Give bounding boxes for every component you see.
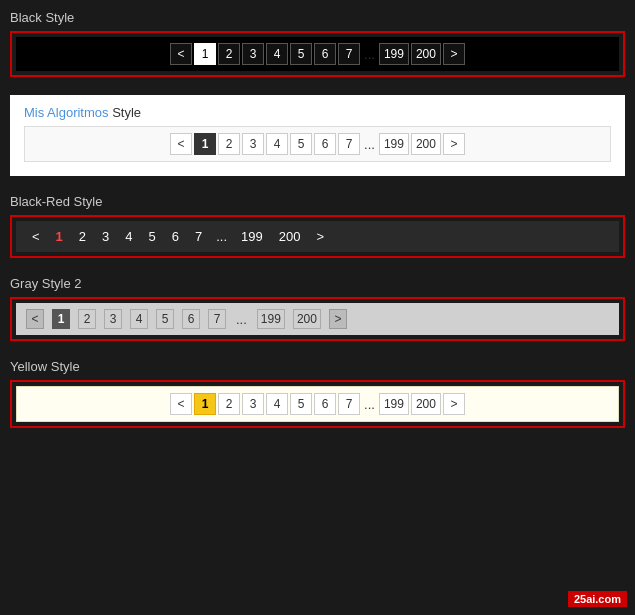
page-200-button[interactable]: 200 — [293, 309, 321, 329]
page-200-button[interactable]: 200 — [411, 393, 441, 415]
page-3-button[interactable]: 3 — [242, 43, 264, 65]
page-7-button[interactable]: 7 — [338, 393, 360, 415]
page-3-button[interactable]: 3 — [242, 133, 264, 155]
page-199-button[interactable]: 199 — [237, 227, 267, 246]
page-199-button[interactable]: 199 — [257, 309, 285, 329]
page-200-button[interactable]: 200 — [411, 43, 441, 65]
page-199-button[interactable]: 199 — [379, 43, 409, 65]
watermark: 25ai.com — [568, 591, 627, 607]
page-3-button[interactable]: 3 — [104, 309, 122, 329]
ellipsis: ... — [362, 397, 377, 412]
gray-style-label: Gray Style 2 — [10, 276, 625, 291]
black-red-wrapper: < 1 2 3 4 5 6 7 ... 199 200 > — [10, 215, 625, 258]
page-6-button[interactable]: 6 — [314, 393, 336, 415]
next-button[interactable]: > — [329, 309, 347, 329]
page-1-button[interactable]: 1 — [194, 393, 216, 415]
page-5-button[interactable]: 5 — [290, 393, 312, 415]
page-6-button[interactable]: 6 — [182, 309, 200, 329]
yellow-style-label: Yellow Style — [10, 359, 625, 374]
page-1-button[interactable]: 1 — [52, 309, 70, 329]
yellow-style-section: Yellow Style < 1 2 3 4 5 6 7 ... 199 200… — [10, 359, 625, 428]
yellow-style-pager: < 1 2 3 4 5 6 7 ... 199 200 > — [16, 386, 619, 422]
page-7-button[interactable]: 7 — [338, 43, 360, 65]
prev-button[interactable]: < — [170, 133, 192, 155]
black-style-wrapper: < 1 2 3 4 5 6 7 ... 199 200 > — [10, 31, 625, 77]
gray-style-section: Gray Style 2 < 1 2 3 4 5 6 7 ... 199 200… — [10, 276, 625, 341]
mis-algoritmos-link[interactable]: Mis Algoritmos — [24, 105, 109, 120]
prev-button[interactable]: < — [28, 227, 44, 246]
page-5-button[interactable]: 5 — [145, 227, 160, 246]
black-red-label: Black-Red Style — [10, 194, 625, 209]
page-4-button[interactable]: 4 — [266, 43, 288, 65]
ellipsis: ... — [234, 312, 249, 327]
prev-button[interactable]: < — [26, 309, 44, 329]
page-2-button[interactable]: 2 — [78, 309, 96, 329]
black-red-pager: < 1 2 3 4 5 6 7 ... 199 200 > — [16, 221, 619, 252]
page-1-button[interactable]: 1 — [194, 43, 216, 65]
next-button[interactable]: > — [312, 227, 328, 246]
page-7-button[interactable]: 7 — [338, 133, 360, 155]
page-4-button[interactable]: 4 — [266, 133, 288, 155]
mis-algoritmos-label: Mis Algoritmos Style — [24, 105, 611, 120]
page-4-button[interactable]: 4 — [266, 393, 288, 415]
black-style-title: Black Style — [10, 10, 74, 25]
page-5-button[interactable]: 5 — [290, 133, 312, 155]
page-7-button[interactable]: 7 — [208, 309, 226, 329]
page-1-button[interactable]: 1 — [52, 227, 67, 246]
page-1-button[interactable]: 1 — [194, 133, 216, 155]
prev-button[interactable]: < — [170, 393, 192, 415]
ellipsis: ... — [362, 47, 377, 62]
page-4-button[interactable]: 4 — [121, 227, 136, 246]
page-2-button[interactable]: 2 — [218, 43, 240, 65]
page-5-button[interactable]: 5 — [156, 309, 174, 329]
page-4-button[interactable]: 4 — [130, 309, 148, 329]
page-6-button[interactable]: 6 — [314, 133, 336, 155]
page-3-button[interactable]: 3 — [98, 227, 113, 246]
gray-style-pager: < 1 2 3 4 5 6 7 ... 199 200 > — [16, 303, 619, 335]
page-200-button[interactable]: 200 — [275, 227, 305, 246]
black-style-pager: < 1 2 3 4 5 6 7 ... 199 200 > — [16, 37, 619, 71]
next-button[interactable]: > — [443, 133, 465, 155]
mis-algoritmos-section: Mis Algoritmos Style < 1 2 3 4 5 6 7 ...… — [10, 95, 625, 176]
page-6-button[interactable]: 6 — [314, 43, 336, 65]
prev-button[interactable]: < — [170, 43, 192, 65]
ellipsis: ... — [214, 229, 229, 244]
ellipsis: ... — [362, 137, 377, 152]
page-3-button[interactable]: 3 — [242, 393, 264, 415]
page-199-button[interactable]: 199 — [379, 133, 409, 155]
black-style-label: Black Style — [10, 10, 625, 25]
page-5-button[interactable]: 5 — [290, 43, 312, 65]
page-2-button[interactable]: 2 — [218, 393, 240, 415]
next-button[interactable]: > — [443, 393, 465, 415]
page-2-button[interactable]: 2 — [218, 133, 240, 155]
page-6-button[interactable]: 6 — [168, 227, 183, 246]
mis-algoritmos-pager: < 1 2 3 4 5 6 7 ... 199 200 > — [24, 126, 611, 162]
page-200-button[interactable]: 200 — [411, 133, 441, 155]
page-7-button[interactable]: 7 — [191, 227, 206, 246]
mis-algoritmos-suffix: Style — [109, 105, 142, 120]
page-199-button[interactable]: 199 — [379, 393, 409, 415]
black-red-title: Black-Red Style — [10, 194, 102, 209]
next-button[interactable]: > — [443, 43, 465, 65]
black-red-section: Black-Red Style < 1 2 3 4 5 6 7 ... 199 … — [10, 194, 625, 258]
black-style-section: Black Style < 1 2 3 4 5 6 7 ... 199 200 … — [10, 10, 625, 77]
yellow-style-title: Yellow Style — [10, 359, 80, 374]
yellow-style-wrapper: < 1 2 3 4 5 6 7 ... 199 200 > — [10, 380, 625, 428]
page-2-button[interactable]: 2 — [75, 227, 90, 246]
gray-style-title: Gray Style 2 — [10, 276, 82, 291]
gray-style-wrapper: < 1 2 3 4 5 6 7 ... 199 200 > — [10, 297, 625, 341]
